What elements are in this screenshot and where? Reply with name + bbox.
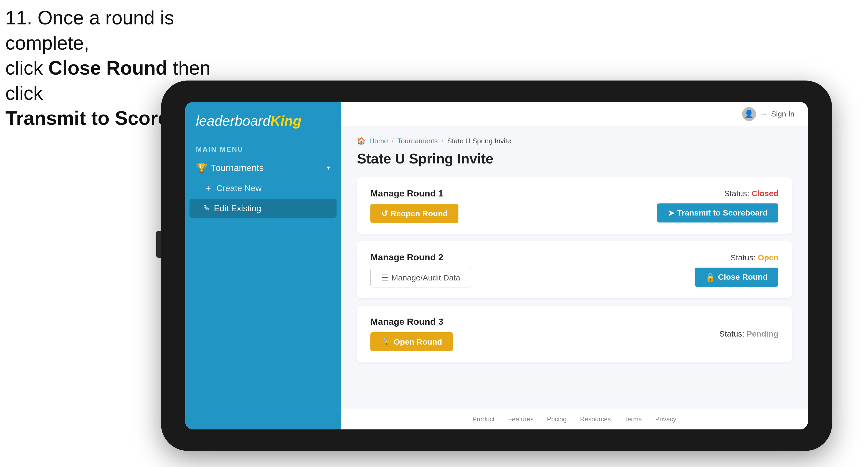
open-round-label: Open Round xyxy=(394,337,442,346)
round-1-status-value: Closed xyxy=(751,189,778,198)
breadcrumb: 🏠 Home / Tournaments / State U Spring In… xyxy=(357,137,792,145)
page-content: 🏠 Home / Tournaments / State U Spring In… xyxy=(341,126,808,409)
round-2-status-label: Status: xyxy=(731,253,755,262)
page-title: State U Spring Invite xyxy=(357,151,792,167)
breadcrumb-sep1: / xyxy=(392,137,394,145)
plus-icon: ＋ xyxy=(204,182,213,194)
app-layout: leaderboardKing MAIN MENU 🏆 Tournaments … xyxy=(185,102,808,429)
logo-leaderboard: leaderboard xyxy=(196,113,271,129)
breadcrumb-sep2: / xyxy=(441,137,443,145)
round-3-status: Status: Pending xyxy=(719,329,778,338)
reopen-icon: ↺ xyxy=(381,209,388,218)
reopen-round-label: Reopen Round xyxy=(391,209,448,218)
create-new-label: Create New xyxy=(216,183,262,193)
footer-features[interactable]: Features xyxy=(508,415,534,423)
round-3-right: Status: Pending xyxy=(719,329,778,338)
round-2-status: Status: Open xyxy=(731,253,778,262)
round-3-status-value: Pending xyxy=(747,329,778,338)
tablet-screen: leaderboardKing MAIN MENU 🏆 Tournaments … xyxy=(185,102,808,429)
footer-pricing[interactable]: Pricing xyxy=(547,415,566,423)
round-2-right: Status: Open 🔒 Close Round xyxy=(694,253,778,287)
sidebar-item-create-new[interactable]: ＋ Create New xyxy=(185,178,341,198)
transmit-to-scoreboard-button[interactable]: ➤ Transmit to Scoreboard xyxy=(657,204,778,222)
round-1-title: Manage Round 1 xyxy=(370,188,458,198)
trophy-icon: 🏆 xyxy=(196,162,207,173)
open-icon: 🔓 xyxy=(381,337,391,346)
sign-in-label: Sign In xyxy=(771,110,795,118)
breadcrumb-home[interactable]: Home xyxy=(369,137,388,145)
footer-terms[interactable]: Terms xyxy=(624,415,642,423)
round-card-3: Manage Round 3 🔓 Open Round Status: Pend… xyxy=(357,306,792,362)
footer-privacy[interactable]: Privacy xyxy=(655,415,676,423)
user-icon: 👤 xyxy=(744,110,754,118)
breadcrumb-tournaments[interactable]: Tournaments xyxy=(398,137,438,145)
round-1-right: Status: Closed ➤ Transmit to Scoreboard xyxy=(657,189,778,222)
round-2-status-value: Open xyxy=(758,253,778,262)
logo-king: King xyxy=(271,113,302,129)
top-bar: 👤 → Sign In xyxy=(341,102,808,126)
sidebar-logo: leaderboardKing xyxy=(185,102,341,137)
sidebar-item-tournaments[interactable]: 🏆 Tournaments ▾ xyxy=(185,158,341,178)
home-icon: 🏠 xyxy=(357,137,366,145)
sidebar-item-edit-existing[interactable]: ✎ Edit Existing xyxy=(189,199,337,218)
chevron-down-icon: ▾ xyxy=(327,164,330,172)
avatar: 👤 xyxy=(742,107,756,121)
manage-audit-label: Manage/Audit Data xyxy=(391,273,460,282)
open-round-button[interactable]: 🔓 Open Round xyxy=(370,332,453,351)
round-3-status-label: Status: xyxy=(719,329,744,338)
sign-in-area[interactable]: 👤 → Sign In xyxy=(742,107,795,121)
transmit-label: Transmit to Scoreboard xyxy=(677,208,768,217)
instruction-line1: 11. Once a round is complete, xyxy=(5,7,174,54)
round-1-status: Status: Closed xyxy=(724,189,778,198)
sidebar-tournaments-label: Tournaments xyxy=(211,163,264,173)
round-2-left: Manage Round 2 ☰ Manage/Audit Data xyxy=(370,252,471,287)
logo: leaderboardKing xyxy=(196,113,330,129)
round-1-status-label: Status: xyxy=(724,189,749,198)
close-round-button[interactable]: 🔒 Close Round xyxy=(694,268,778,287)
edit-icon: ✎ xyxy=(203,203,210,213)
edit-existing-label: Edit Existing xyxy=(214,204,261,213)
audit-icon: ☰ xyxy=(381,273,389,282)
round-1-left: Manage Round 1 ↺ Reopen Round xyxy=(370,188,458,223)
sign-in-icon: → xyxy=(760,110,767,118)
round-card-2: Manage Round 2 ☰ Manage/Audit Data Statu… xyxy=(357,241,792,298)
main-menu-label: MAIN MENU xyxy=(185,137,341,158)
main-content: 👤 → Sign In 🏠 Home / Tournaments / xyxy=(341,102,808,429)
lock-icon: 🔒 xyxy=(705,272,715,282)
app-footer: Product Features Pricing Resources Terms… xyxy=(341,409,808,429)
round-2-title: Manage Round 2 xyxy=(370,252,471,262)
round-card-1: Manage Round 1 ↺ Reopen Round Status: Cl… xyxy=(357,178,792,234)
breadcrumb-current: State U Spring Invite xyxy=(447,137,511,145)
footer-resources[interactable]: Resources xyxy=(580,415,611,423)
round-3-left: Manage Round 3 🔓 Open Round xyxy=(370,316,453,351)
tablet-frame: leaderboardKing MAIN MENU 🏆 Tournaments … xyxy=(161,81,832,451)
manage-audit-button[interactable]: ☰ Manage/Audit Data xyxy=(370,268,471,287)
footer-product[interactable]: Product xyxy=(472,415,495,423)
sidebar: leaderboardKing MAIN MENU 🏆 Tournaments … xyxy=(185,102,341,429)
instruction-bold: Close Round xyxy=(48,57,167,79)
instruction-line2-prefix: click xyxy=(5,57,48,79)
close-round-label: Close Round xyxy=(718,272,768,282)
round-3-title: Manage Round 3 xyxy=(370,316,453,327)
reopen-round-button[interactable]: ↺ Reopen Round xyxy=(370,204,458,223)
transmit-icon: ➤ xyxy=(668,208,675,218)
